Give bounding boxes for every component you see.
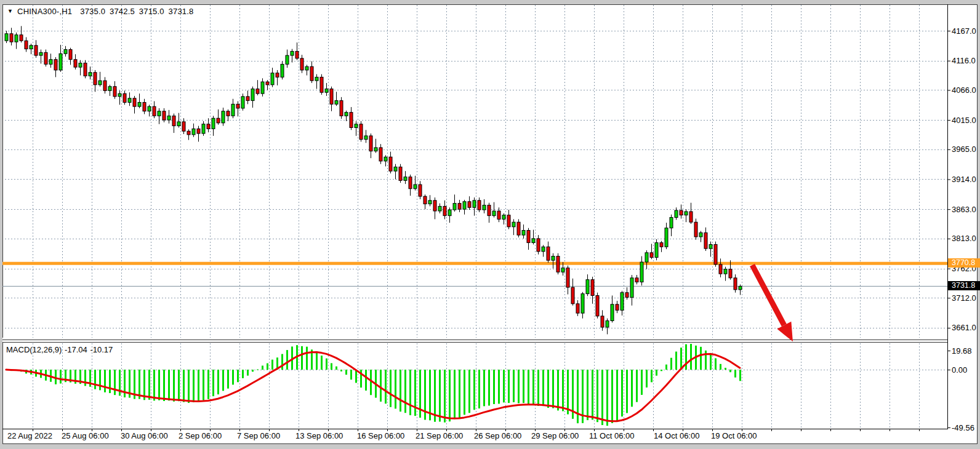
candle-body	[59, 54, 62, 70]
macd-histogram-bar	[286, 350, 288, 370]
candle-body	[118, 93, 121, 97]
candle-body	[488, 205, 491, 215]
macd-histogram-bar	[626, 370, 628, 413]
macd-histogram-bar	[567, 370, 569, 415]
candle-body	[281, 64, 284, 77]
candle-body	[34, 46, 38, 55]
macd-histogram-bar	[734, 370, 736, 378]
candle-body	[492, 211, 496, 216]
macd-histogram-bar	[715, 358, 717, 370]
macd-histogram-bar	[518, 370, 520, 403]
candle-body	[394, 167, 397, 171]
chart-canvas[interactable]	[0, 0, 980, 449]
macd-histogram-bar	[203, 370, 204, 400]
macd-histogram-bar	[656, 370, 657, 376]
candle-body	[601, 316, 604, 327]
candle-body	[300, 58, 303, 70]
candle-body	[261, 82, 264, 93]
candle-body	[231, 104, 235, 116]
resistance-price-badge: 3770.8	[948, 258, 980, 268]
macd-histogram-bar	[237, 370, 239, 382]
candle-body	[15, 35, 18, 42]
price-axis-label: 4066.0	[952, 85, 976, 95]
candle-body	[522, 231, 525, 236]
macd-histogram-bar	[232, 370, 234, 384]
macd-histogram-bar	[606, 370, 608, 426]
macd-histogram-bar	[153, 370, 155, 400]
candle-body	[69, 50, 72, 60]
candle-body	[44, 52, 47, 64]
candle-body	[79, 63, 82, 67]
candle-body	[310, 66, 313, 81]
candle-body	[320, 77, 323, 92]
candle-body	[458, 204, 461, 210]
macd-histogram-bar	[464, 370, 465, 415]
macd-histogram-bar	[173, 370, 175, 402]
candle-body	[552, 256, 555, 261]
candle-body	[680, 210, 683, 215]
candle-body	[30, 46, 33, 49]
candle-body	[428, 201, 432, 204]
candle-body	[660, 243, 663, 247]
macd-axis-label: 19.68	[952, 346, 972, 356]
macd-histogram-bar	[493, 370, 495, 404]
macd-histogram-bar	[306, 347, 308, 370]
candle-body	[256, 89, 259, 93]
candle-body	[542, 247, 545, 252]
candle-body	[197, 129, 200, 133]
macd-histogram-bar	[729, 370, 731, 372]
macd-histogram-bar	[641, 370, 643, 395]
macd-histogram-bar	[690, 344, 692, 370]
candle-body	[49, 60, 52, 65]
macd-histogram-bar	[459, 370, 460, 418]
macd-histogram-bar	[163, 370, 165, 401]
macd-histogram-bar	[193, 370, 195, 402]
macd-values: -17.04 -10.17	[65, 345, 113, 354]
macd-histogram-bar	[301, 346, 303, 370]
candle-body	[192, 129, 195, 135]
candle-body	[222, 111, 225, 123]
chart-title[interactable]: ▼ CHINA300-,H1 3735.0 3742.5 3715.0 3731…	[7, 7, 194, 16]
candle-body	[167, 116, 171, 120]
candle-body	[335, 101, 338, 105]
macd-histogram-bar	[395, 370, 396, 408]
macd-histogram-bar	[468, 370, 470, 413]
candle-body	[699, 232, 702, 237]
candle-body	[305, 66, 308, 70]
candle-body	[561, 268, 564, 272]
candle-body	[433, 201, 436, 211]
candle-body	[606, 321, 609, 327]
macd-histogram-bar	[365, 370, 367, 391]
time-axis-label: 21 Sep 06:00	[416, 431, 463, 440]
macd-histogram-bar	[104, 370, 106, 392]
macd-histogram-bar	[222, 370, 224, 391]
candle-body	[655, 243, 658, 258]
macd-histogram-bar	[562, 370, 564, 411]
candle-body	[5, 34, 8, 41]
candle-body	[468, 202, 471, 208]
candle-body	[512, 222, 515, 227]
macd-histogram-bar	[242, 370, 244, 378]
candle-body	[54, 60, 57, 70]
candle-body	[295, 51, 299, 58]
candle-body	[315, 77, 318, 81]
time-axis-label: 22 Aug 2022	[7, 431, 52, 440]
candle-body	[694, 222, 697, 237]
macd-indicator-label: MACD(12,26,9) -17.04 -10.17	[6, 345, 113, 354]
candle-body	[276, 73, 279, 77]
candle-body	[438, 206, 441, 211]
candle-body	[89, 73, 92, 76]
macd-axis-label: 0.00	[952, 365, 967, 375]
candle-body	[271, 73, 274, 85]
macd-histogram-bar	[601, 370, 603, 425]
symbol-dropdown-icon[interactable]: ▼	[7, 7, 13, 15]
candle-body	[20, 35, 23, 41]
candle-body	[207, 124, 210, 129]
candle-body	[172, 116, 175, 125]
candle-body	[704, 232, 707, 248]
macd-histogram-bar	[616, 370, 618, 421]
time-axis-label: 19 Oct 06:00	[711, 431, 757, 440]
candle-body	[621, 293, 624, 311]
candle-body	[158, 111, 161, 116]
candle-body	[478, 201, 481, 210]
